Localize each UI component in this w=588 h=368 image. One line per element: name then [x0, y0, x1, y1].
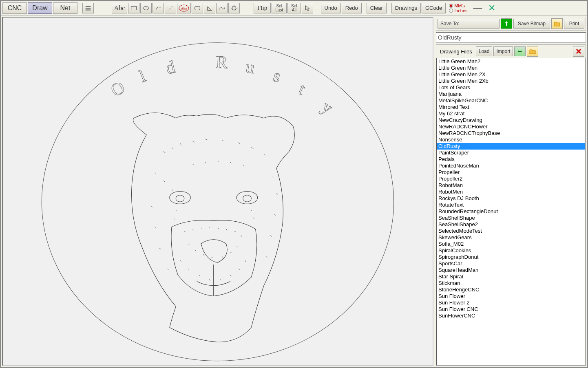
circle-text-tool-button[interactable]: Abc [177, 3, 191, 13]
select-last-button[interactable]: Sel Last [272, 3, 287, 13]
upload-icon[interactable] [501, 18, 512, 29]
load-button[interactable]: Load [476, 46, 493, 56]
file-item[interactable]: Sofia_M02 [437, 241, 585, 247]
import-button[interactable]: Import [493, 46, 513, 56]
file-item[interactable]: SeaShellShape2 [437, 221, 585, 228]
units-selector[interactable]: MM's Inches [447, 3, 470, 13]
svg-text:y: y [318, 97, 337, 118]
file-item[interactable]: SquareHeadMan [437, 267, 585, 273]
file-item[interactable]: Pedals [437, 156, 585, 163]
rounded-rect-tool-button[interactable] [192, 3, 203, 13]
svg-text:s: s [271, 66, 283, 86]
radio-inches-icon[interactable] [449, 9, 453, 13]
file-item[interactable]: SkewedGears [437, 234, 585, 241]
refresh-icon[interactable] [514, 46, 526, 56]
browse-folder-icon[interactable] [527, 46, 538, 57]
filename-input[interactable] [436, 32, 586, 43]
svg-text:d: d [164, 57, 177, 78]
svg-text:t: t [296, 79, 308, 99]
file-item[interactable]: OldRusty [437, 143, 585, 150]
file-item[interactable]: Propeller [437, 169, 585, 176]
units-mm-label: MM's [454, 3, 465, 8]
clear-button[interactable]: Clear [367, 3, 387, 13]
file-item[interactable]: Little Green Men 2Xb [437, 78, 585, 84]
file-item[interactable]: Sun Flower CNC [437, 306, 585, 313]
file-item[interactable]: NewRADCNCTrophyBase [437, 130, 585, 137]
file-item[interactable]: Little Green Man2 [437, 58, 585, 65]
drawing-canvas[interactable]: O l d R u s t y [2, 17, 433, 366]
gear-tool-button[interactable] [228, 3, 240, 13]
folder-icon[interactable] [551, 18, 563, 29]
file-item[interactable]: SpirographDonut [437, 254, 585, 260]
save-bitmap-button[interactable]: Save Bitmap [513, 19, 550, 29]
file-list-panel: Drawing Files Load Import Little Green M… [436, 44, 586, 366]
file-item[interactable]: SunFlowerCNC [437, 313, 585, 319]
side-panel: Save To: Save Bitmap Print Drawing Files… [435, 15, 587, 367]
file-item[interactable]: Lots of Gears [437, 84, 585, 91]
mode-cnc-button[interactable]: CNC [2, 2, 27, 14]
file-item[interactable]: RoundedRectangleDonut [437, 208, 585, 215]
gcode-button[interactable]: GCode [422, 3, 446, 13]
triangle-tool-button[interactable] [204, 3, 215, 13]
file-item[interactable]: Sun Flower 2 [437, 300, 585, 306]
mode-draw-button[interactable]: Draw [28, 2, 52, 14]
rectangle-tool-button[interactable] [128, 3, 139, 13]
file-item[interactable]: NewCrazyDrawing [437, 117, 585, 123]
file-item[interactable]: SeaShellShape [437, 215, 585, 221]
file-item[interactable]: StoneHengeCNC [437, 286, 585, 293]
file-item[interactable]: Little Green Men [437, 65, 585, 71]
file-item[interactable]: Rockys DJ Booth [437, 195, 585, 202]
close-icon[interactable]: ✕ [486, 3, 498, 13]
file-item[interactable]: PaintScraper [437, 150, 585, 156]
redo-button[interactable]: Redo [342, 3, 362, 13]
svg-text:l: l [137, 66, 148, 86]
file-item[interactable]: My 62 strat [437, 110, 585, 117]
save-to-button[interactable]: Save To: [438, 19, 500, 29]
svg-rect-0 [131, 6, 137, 10]
delete-icon[interactable] [573, 46, 584, 57]
undo-button[interactable]: Undo [321, 3, 341, 13]
canvas-svg: O l d R u s t y [3, 18, 433, 365]
svg-point-17 [176, 195, 184, 202]
file-item[interactable]: SportsCar [437, 260, 585, 267]
svg-rect-5 [195, 6, 200, 10]
flip-button[interactable]: Flip [254, 3, 271, 13]
minimize-icon[interactable]: — [471, 3, 485, 13]
file-item[interactable]: PointedNoseMan [437, 163, 585, 169]
arc-tool-button[interactable] [153, 3, 164, 13]
units-inches-label: Inches [454, 8, 467, 13]
svg-point-19 [243, 195, 252, 202]
file-item[interactable]: Stickman [437, 280, 585, 286]
file-item[interactable]: NewRADCNCFlower [437, 123, 585, 130]
file-item[interactable]: RobotMan [437, 182, 585, 189]
svg-text:u: u [244, 57, 256, 77]
file-list[interactable]: Little Green Man2Little Green MenLittle … [436, 58, 586, 366]
curve-tool-button[interactable] [216, 3, 228, 13]
file-item[interactable]: Nonsense [437, 137, 585, 143]
file-item[interactable]: Mirrored Text [437, 104, 585, 110]
svg-point-1 [144, 6, 149, 10]
text-tool-button[interactable]: Abc [112, 3, 127, 13]
radio-mm-icon[interactable] [449, 4, 453, 8]
file-item[interactable]: Star Spiral [437, 273, 585, 280]
print-button[interactable]: Print [564, 19, 584, 29]
file-item[interactable]: RotateText [437, 202, 585, 208]
file-item[interactable]: Sun Flower [437, 293, 585, 300]
svg-text:O: O [107, 77, 128, 100]
ellipse-tool-button[interactable] [140, 3, 152, 13]
file-item[interactable]: Marijuana [437, 91, 585, 97]
pointer-tool-button[interactable] [302, 3, 313, 13]
svg-point-7 [42, 43, 393, 361]
file-item[interactable]: RobotMen [437, 189, 585, 195]
file-item[interactable]: SpiralCookies [437, 247, 585, 254]
file-item[interactable]: Propeller2 [437, 176, 585, 182]
save-row: Save To: Save Bitmap Print [436, 17, 586, 31]
mode-net-button[interactable]: Net [53, 2, 77, 14]
menu-icon[interactable] [82, 3, 94, 13]
file-item[interactable]: SelectedModeTest [437, 228, 585, 234]
line-tool-button[interactable] [165, 3, 176, 13]
file-item[interactable]: Little Green Men 2X [437, 71, 585, 78]
drawings-button[interactable]: Drawings [391, 3, 421, 13]
select-all-button[interactable]: Sel All [287, 3, 301, 13]
file-item[interactable]: MetalSpikeGearCNC [437, 97, 585, 104]
